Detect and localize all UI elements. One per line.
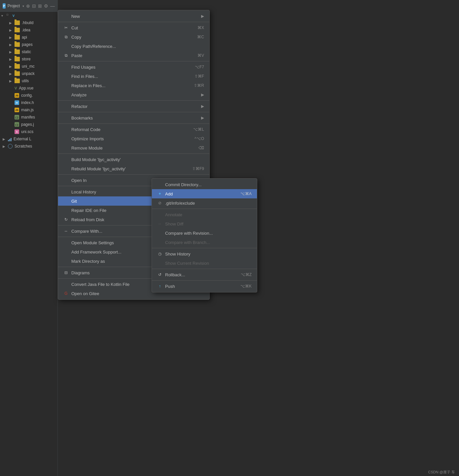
menu-item-replace-in-files[interactable]: Replace in Files... ⇧⌘R bbox=[58, 81, 209, 90]
show-history-icon: ◷ bbox=[157, 251, 162, 256]
folder-store[interactable]: ▶ store bbox=[7, 55, 57, 63]
sidebar-title: Project bbox=[8, 4, 20, 8]
folder-unimc-label: uni_mc bbox=[22, 64, 35, 69]
menu-item-build-module[interactable]: Build Module 'ljyc_activity' bbox=[58, 155, 209, 164]
collapse-icon[interactable]: ⊟ bbox=[32, 3, 36, 9]
chevron-pages-icon: ▶ bbox=[9, 43, 13, 47]
folder-unpack[interactable]: ▶ unpack bbox=[7, 70, 57, 77]
submenu-show-diff-label: Show Diff bbox=[165, 221, 252, 226]
menu-item-remove-module[interactable]: Remove Module ⌫ bbox=[58, 143, 209, 153]
menu-analyze-label: Analyze bbox=[71, 92, 197, 97]
bookmarks-arrow-icon: ▶ bbox=[201, 116, 204, 120]
file-pages-json[interactable]: ▶ { } pages.j bbox=[7, 121, 57, 128]
menu-item-copy-path[interactable]: Copy Path/Reference... bbox=[58, 42, 209, 51]
submenu-add[interactable]: + Add ⌥⌘A bbox=[152, 189, 257, 198]
file-app-vue[interactable]: ▶ V App.vue bbox=[7, 85, 57, 92]
remove-module-icon bbox=[63, 145, 69, 151]
chevron-unpack-icon: ▶ bbox=[9, 72, 13, 76]
divider-1 bbox=[58, 22, 209, 22]
cut-shortcut: ⌘X bbox=[197, 25, 204, 30]
add-icon[interactable]: ⊕ bbox=[26, 3, 30, 9]
file-main-js[interactable]: ▶ JS main.js bbox=[7, 106, 57, 114]
file-uni-scss[interactable]: ▶ S uni.scs bbox=[7, 128, 57, 135]
menu-item-copy[interactable]: ⧉ Copy ⌘C bbox=[58, 32, 209, 42]
menu-item-find-usages[interactable]: Find Usages ⌥F7 bbox=[58, 62, 209, 72]
submenu-push[interactable]: ↑ Push ⌥⌘K bbox=[152, 282, 257, 291]
expand-icon[interactable]: ⊞ bbox=[38, 3, 42, 9]
folder-hbuild[interactable]: ▶ .hbuild bbox=[7, 19, 57, 26]
chevron-hbuild-icon: ▶ bbox=[9, 21, 13, 25]
folder-unimc-icon bbox=[15, 64, 20, 69]
folder-static[interactable]: ▶ static bbox=[7, 48, 57, 55]
commit-dir-icon bbox=[157, 182, 162, 187]
file-appvue-label: App.vue bbox=[19, 86, 33, 90]
settings-icon[interactable]: ⚙ bbox=[44, 3, 48, 9]
menu-reformat-label: Reformat Code bbox=[71, 127, 191, 132]
file-config[interactable]: ▶ JS config. bbox=[7, 92, 57, 99]
close-icon[interactable]: — bbox=[50, 3, 55, 9]
file-manifest[interactable]: ▶ { } manifes bbox=[7, 114, 57, 121]
scratches-label: Scratches bbox=[15, 144, 32, 149]
folder-uni-mc[interactable]: ▶ uni_mc bbox=[7, 63, 57, 70]
rollback-shortcut: ⌥⌘Z bbox=[241, 272, 252, 277]
submenu-compare-revision[interactable]: Compare with Revision... bbox=[152, 228, 257, 238]
chevron-scratches-icon: ▶ bbox=[3, 145, 7, 148]
file-pagesjson-label: pages.j bbox=[21, 122, 34, 127]
menu-item-cut[interactable]: ✂ Cut ⌘X bbox=[58, 23, 209, 32]
menu-item-paste[interactable]: ⧉ Paste ⌘V bbox=[58, 51, 209, 60]
submenu-commit-directory[interactable]: Commit Directory... bbox=[152, 180, 257, 189]
file-uniscss-label: uni.scs bbox=[21, 129, 33, 134]
menu-item-find-in-files[interactable]: Find in Files... ⇧⌘F bbox=[58, 72, 209, 81]
folder-utils-icon bbox=[15, 79, 20, 83]
folder-utils[interactable]: ▶ utils bbox=[7, 77, 57, 85]
scratches[interactable]: ▶ Scratches bbox=[0, 143, 57, 150]
submenu-show-history[interactable]: ◷ Show History bbox=[152, 249, 257, 258]
submenu-show-current-revision: Show Current Revision bbox=[152, 258, 257, 268]
folder-static-label: static bbox=[22, 50, 31, 54]
replace-in-files-icon bbox=[63, 83, 69, 88]
root-project-icon: □ bbox=[7, 13, 11, 18]
menu-item-reformat-code[interactable]: Reformat Code ⌥⌘L bbox=[58, 125, 209, 134]
chevron-idea-icon: ▶ bbox=[9, 28, 13, 32]
build-icon bbox=[63, 157, 69, 162]
reformat-shortcut: ⌥⌘L bbox=[193, 127, 204, 132]
menu-item-analyze[interactable]: Analyze ▶ bbox=[58, 90, 209, 99]
git-divider-4 bbox=[152, 280, 257, 281]
new-arrow-icon: ▶ bbox=[201, 14, 204, 18]
js-config-icon: JS bbox=[15, 93, 19, 98]
divider-2 bbox=[58, 61, 209, 61]
optimize-shortcut: ^⌥O bbox=[194, 136, 204, 141]
submenu-git-info-exclude[interactable]: ⊘ .git/info/exclude bbox=[152, 198, 257, 208]
submenu-show-history-label: Show History bbox=[165, 252, 252, 256]
file-index-h[interactable]: ▶ H index.h bbox=[7, 99, 57, 106]
chevron-icon: ▾ bbox=[1, 14, 5, 17]
menu-refactor-label: Refactor bbox=[71, 104, 197, 109]
menu-find-usages-label: Find Usages bbox=[71, 65, 192, 70]
folder-pages[interactable]: ▶ pages bbox=[7, 41, 57, 48]
cut-icon: ✂ bbox=[63, 25, 69, 30]
folder-pages-label: pages bbox=[22, 42, 33, 47]
menu-item-bookmarks[interactable]: Bookmarks ▶ bbox=[58, 113, 209, 122]
menu-item-optimize-imports[interactable]: Optimize Imports ^⌥O bbox=[58, 134, 209, 143]
git-info-icon: ⊘ bbox=[157, 200, 162, 206]
folder-idea[interactable]: ▶ .idea bbox=[7, 26, 57, 34]
tree-root[interactable]: ▾ □ v bbox=[0, 12, 57, 19]
push-icon: ↑ bbox=[157, 284, 162, 289]
module-settings-icon bbox=[63, 240, 69, 245]
folder-api-label: api bbox=[22, 35, 27, 40]
menu-item-refactor[interactable]: Refactor ▶ bbox=[58, 102, 209, 111]
submenu-rollback[interactable]: ↺ Rollback... ⌥⌘Z bbox=[152, 270, 257, 279]
dropdown-arrow-icon[interactable]: ▾ bbox=[22, 4, 24, 8]
external-libraries[interactable]: ▶ External L bbox=[0, 135, 57, 143]
file-indexh-label: index.h bbox=[21, 100, 34, 105]
find-in-files-shortcut: ⇧⌘F bbox=[194, 74, 204, 79]
find-in-files-icon bbox=[63, 74, 69, 79]
annotate-icon bbox=[157, 212, 162, 217]
sidebar: P Project ▾ ⊕ ⊟ ⊞ ⚙ — ▾ □ v ▶ .hbuild ▶ … bbox=[0, 0, 58, 476]
menu-item-rebuild-module[interactable]: Rebuild Module 'ljyc_activity' ⇧⌘F9 bbox=[58, 164, 209, 173]
folder-api[interactable]: ▶ api bbox=[7, 34, 57, 41]
tree-section: ▶ .hbuild ▶ .idea ▶ api ▶ pages ▶ static… bbox=[0, 19, 57, 135]
divider-6 bbox=[58, 153, 209, 154]
folder-pages-icon bbox=[15, 42, 20, 47]
menu-item-new[interactable]: New ▶ bbox=[58, 12, 209, 21]
